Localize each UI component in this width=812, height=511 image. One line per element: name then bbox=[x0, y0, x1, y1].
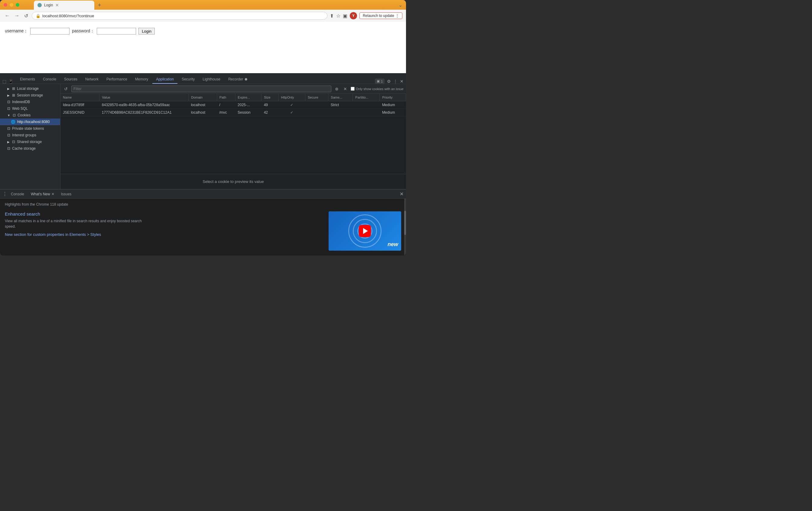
table-cell bbox=[305, 109, 328, 116]
table-cell: localhost bbox=[188, 101, 217, 109]
sidebar-item-private-state[interactable]: ⊡ Private state tokens bbox=[0, 125, 60, 132]
table-row[interactable]: Idea-d1f785ff84328570-ea9b-4635-afba-05b… bbox=[60, 101, 406, 109]
sidebar-icon[interactable]: ▣ bbox=[343, 13, 347, 19]
share-icon[interactable]: ⬆ bbox=[330, 13, 334, 19]
sidebar-item-session-storage[interactable]: ▶ ⊞ Session storage bbox=[0, 92, 60, 98]
window-controls-chevron[interactable]: ⌄ bbox=[399, 2, 402, 8]
table-cell: 17774D6B98AC8231BE1F826CD91C12A1 bbox=[99, 109, 188, 116]
devtools-device-icon[interactable]: 📱 bbox=[8, 79, 13, 84]
tab-elements[interactable]: Elements bbox=[16, 75, 39, 84]
sidebar-item-local-storage[interactable]: ▶ ⊞ Local storage bbox=[0, 85, 60, 92]
sidebar-item-websql[interactable]: ⊡ Web SQL bbox=[0, 105, 60, 112]
table-cell: localhost bbox=[188, 109, 217, 116]
tab-console[interactable]: Console bbox=[39, 75, 60, 84]
sidebar-item-cache-storage[interactable]: ⊡ Cache storage bbox=[0, 145, 60, 152]
whats-new-subtitle: Highlights from the Chrome 118 update bbox=[5, 202, 401, 206]
password-input[interactable] bbox=[97, 28, 136, 34]
feature-title-search[interactable]: Enhanced search bbox=[5, 211, 324, 217]
sidebar-item-indexeddb[interactable]: ⊡ IndexedDB bbox=[0, 98, 60, 105]
bottom-tab-console[interactable]: Console bbox=[8, 191, 27, 197]
tab-lighthouse[interactable]: Lighthouse bbox=[199, 75, 224, 84]
back-button[interactable]: ← bbox=[4, 12, 11, 20]
sidebar-item-cookies[interactable]: ▼ ⊡ Cookies bbox=[0, 112, 60, 118]
user-avatar[interactable]: Y bbox=[350, 12, 357, 19]
table-header-row: Name Value Domain Path Expire... Size Ht… bbox=[60, 94, 406, 101]
filter-clear-btn[interactable]: ⊗ bbox=[334, 86, 340, 92]
col-samesite[interactable]: Same... bbox=[328, 94, 353, 101]
sidebar-label-indexeddb: IndexedDB bbox=[12, 100, 30, 104]
traffic-light-green[interactable] bbox=[16, 3, 19, 7]
browser-tab[interactable]: Login ✕ bbox=[34, 1, 94, 10]
bottom-menu-icon[interactable]: ⋮ bbox=[2, 191, 7, 197]
sidebar-item-interest-groups[interactable]: ⊡ Interest groups bbox=[0, 132, 60, 139]
col-expires[interactable]: Expire... bbox=[235, 94, 261, 101]
bottom-tab-bar: ⋮ Console What's New ✕ Issues ✕ bbox=[0, 190, 406, 199]
bottom-tab-whats-new[interactable]: What's New ✕ bbox=[28, 191, 57, 197]
devtools-sidebar: ▶ ⊞ Local storage ▶ ⊞ Session storage ⊡ … bbox=[0, 84, 60, 189]
devtools-main: ▶ ⊞ Local storage ▶ ⊞ Session storage ⊡ … bbox=[0, 84, 406, 189]
video-thumbnail[interactable]: new bbox=[328, 211, 401, 251]
devtools-close-icon[interactable]: ✕ bbox=[400, 79, 404, 84]
reload-button[interactable]: ↺ bbox=[23, 12, 29, 20]
table-cell: 42 bbox=[261, 109, 279, 116]
forward-button[interactable]: → bbox=[13, 12, 21, 20]
login-button[interactable]: Login bbox=[139, 28, 155, 34]
sidebar-item-localhost[interactable]: 🌐 http://localhost:8080 bbox=[0, 118, 60, 125]
table-cell: Strict bbox=[328, 101, 353, 109]
devtools-badge-count: 1 bbox=[381, 80, 383, 83]
relaunch-label: Relaunch to update bbox=[363, 13, 394, 18]
devtools-more-icon[interactable]: ⋮ bbox=[393, 79, 398, 84]
expand-arrow-cookies: ▼ bbox=[7, 114, 10, 117]
tab-security[interactable]: Security bbox=[178, 75, 198, 84]
bottom-tab-issues[interactable]: Issues bbox=[58, 191, 75, 197]
col-name[interactable]: Name bbox=[60, 94, 99, 101]
url-bar[interactable]: 🔒 localhost:8080/mvc/?continue bbox=[32, 12, 327, 20]
cookie-preview: Select a cookie to preview its value bbox=[60, 174, 406, 189]
refresh-cookies-btn[interactable]: ↺ bbox=[63, 86, 69, 92]
whats-new-row: Enhanced search View all matches in a li… bbox=[5, 211, 401, 251]
col-value[interactable]: Value bbox=[99, 94, 188, 101]
col-partition[interactable]: Partitio... bbox=[353, 94, 380, 101]
col-httponly[interactable]: HttpOnly bbox=[279, 94, 305, 101]
delete-btn[interactable]: ✕ bbox=[342, 86, 348, 92]
title-bar: Login ✕ + ⌄ bbox=[0, 0, 406, 10]
private-state-icon: ⊡ bbox=[7, 126, 10, 131]
tab-memory[interactable]: Memory bbox=[132, 75, 152, 84]
filter-input[interactable] bbox=[71, 86, 331, 92]
scrollbar-thumb[interactable] bbox=[404, 211, 406, 235]
relaunch-button[interactable]: Relaunch to update ⋮ bbox=[359, 12, 402, 19]
traffic-light-yellow[interactable] bbox=[10, 3, 13, 7]
table-cell bbox=[305, 101, 328, 109]
issue-filter-checkbox-label[interactable]: Only show cookies with an issue bbox=[351, 87, 404, 91]
sidebar-item-shared-storage[interactable]: ▶ ⊡ Shared storage bbox=[0, 139, 60, 145]
sidebar-label-localhost: http://localhost:8080 bbox=[17, 120, 50, 124]
expand-arrow-session: ▶ bbox=[7, 94, 10, 97]
page-content: username： password： Login bbox=[0, 22, 406, 73]
col-size[interactable]: Size bbox=[261, 94, 279, 101]
devtools-settings-icon[interactable]: ⚙ bbox=[387, 79, 391, 84]
tab-network[interactable]: Network bbox=[82, 75, 102, 84]
tab-close-btn[interactable]: ✕ bbox=[55, 3, 59, 7]
tab-sources[interactable]: Sources bbox=[60, 75, 81, 84]
col-path[interactable]: Path bbox=[217, 94, 235, 101]
feature-desc-search: View all matches in a line of a minified… bbox=[5, 218, 324, 229]
tab-application[interactable]: Application bbox=[152, 75, 177, 84]
new-tab-btn[interactable]: + bbox=[98, 1, 101, 10]
tab-recorder[interactable]: Recorder ⏺ bbox=[225, 75, 252, 84]
col-domain[interactable]: Domain bbox=[188, 94, 217, 101]
whats-new-tab-close[interactable]: ✕ bbox=[51, 192, 54, 196]
issue-filter-checkbox[interactable] bbox=[351, 87, 355, 91]
play-button[interactable] bbox=[359, 225, 371, 237]
username-input[interactable] bbox=[30, 28, 69, 34]
bottom-close-icon[interactable]: ✕ bbox=[400, 191, 404, 197]
tab-performance[interactable]: Performance bbox=[103, 75, 131, 84]
devtools-inspect-icon[interactable]: ⬚ bbox=[2, 79, 6, 84]
address-bar: ← → ↺ 🔒 localhost:8080/mvc/?continue ⬆ ☆… bbox=[0, 10, 406, 22]
col-priority[interactable]: Priority bbox=[380, 94, 406, 101]
col-secure[interactable]: Secure bbox=[305, 94, 328, 101]
traffic-light-red[interactable] bbox=[4, 3, 7, 7]
interest-icon: ⊡ bbox=[7, 133, 10, 137]
feature-link-custom[interactable]: New section for custom properties in Ele… bbox=[5, 232, 324, 237]
table-row[interactable]: JSESSIONID17774D6B98AC8231BE1F826CD91C12… bbox=[60, 109, 406, 116]
bookmark-icon[interactable]: ☆ bbox=[336, 13, 340, 19]
